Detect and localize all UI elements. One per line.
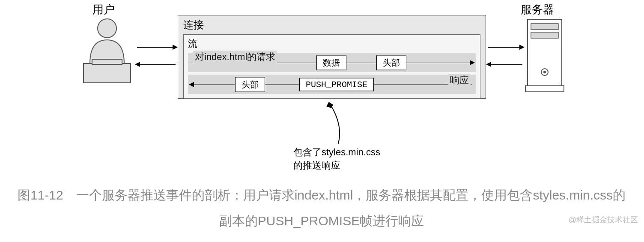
arrow-conn-to-server [488,47,520,48]
annotation-line2: 的推送响应 [293,160,340,171]
request-node-data: 数据 [316,55,346,70]
svg-point-0 [98,19,116,38]
user-label: 用户 [92,2,115,17]
svg-rect-4 [531,24,558,30]
svg-rect-8 [525,86,564,92]
server-icon [523,17,566,96]
stream-box: 流 对index.html的请求 数据 头部 头部 PUSH_PROMISE 响… [183,34,480,99]
annotation-text: 包含了styles.min.css 的推送响应 [293,146,380,172]
user-icon [79,16,135,87]
request-node-headers: 头部 [376,55,406,70]
figure-caption: 图11-12 一个服务器推送事件的剖析：用户请求index.html，服务器根据… [15,182,628,234]
watermark: @稀土掘金技术社区 [569,215,638,225]
arrow-user-to-conn [137,47,173,48]
arrow-conn-to-user [139,64,176,65]
annotation-line1: 包含了styles.min.css [293,147,380,157]
server-label: 服务器 [521,2,554,17]
request-row: 对index.html的请求 数据 头部 [188,53,476,72]
svg-rect-2 [92,59,122,64]
annotation-arrow [325,99,351,148]
connection-label: 连接 [183,18,480,32]
connection-box: 连接 流 对index.html的请求 数据 头部 头部 PUSH_PROMIS… [178,15,486,99]
svg-rect-5 [531,32,558,38]
arrow-server-to-conn [490,64,522,65]
stream-label: 流 [188,37,476,50]
response-node-push-promise: PUSH_PROMISE [299,78,374,91]
svg-point-7 [543,71,546,73]
svg-rect-1 [83,64,131,83]
diagram-area: 用户 服务器 连接 流 [0,0,644,174]
response-row: 头部 PUSH_PROMISE 响应 [188,75,476,94]
request-label: 对index.html的请求 [193,51,277,64]
response-node-headers: 头部 [235,77,265,92]
response-label: 响应 [448,74,471,87]
